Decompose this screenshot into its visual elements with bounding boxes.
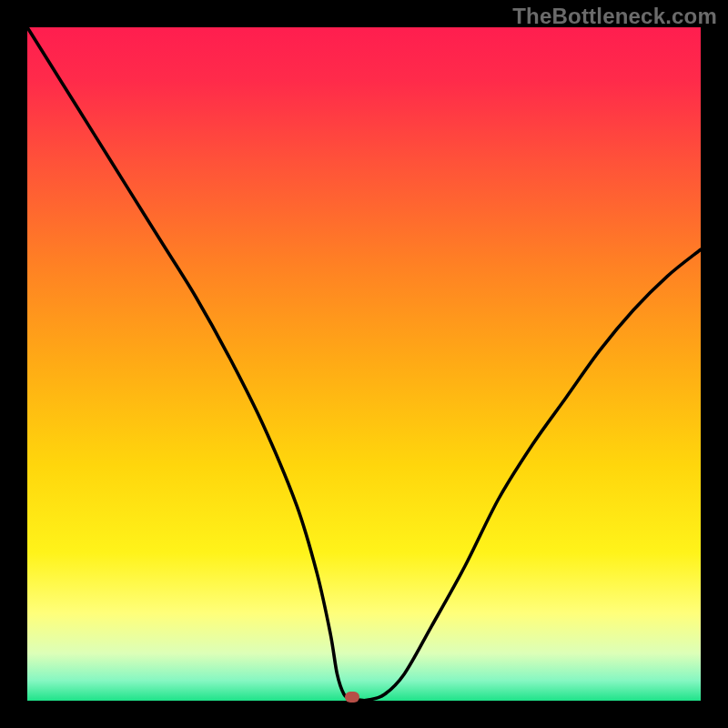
plot-area — [27, 27, 701, 701]
curve-layer — [27, 27, 701, 701]
bottleneck-curve — [27, 27, 701, 701]
chart-frame: TheBottleneck.com — [0, 0, 728, 728]
optimum-marker — [345, 692, 359, 703]
watermark-text: TheBottleneck.com — [512, 4, 717, 29]
